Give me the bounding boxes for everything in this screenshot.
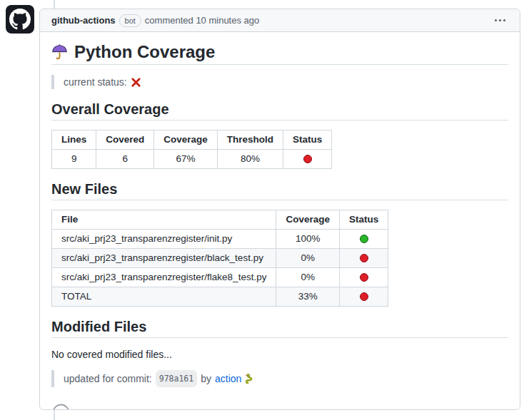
status-dot-icon: [303, 155, 312, 163]
current-status-quote: current status:: [51, 75, 508, 89]
coverage-value: 33%: [276, 287, 340, 307]
status-dot-icon: [360, 273, 368, 282]
add-reaction-button[interactable]: [51, 403, 70, 410]
coverage-value: 0%: [276, 249, 340, 268]
comment-card: github-actions bot commented 10 minutes …: [39, 9, 520, 410]
commit-hash: 978a161: [156, 370, 197, 387]
table-row: src/aki_prj23_transparenzregister/black_…: [52, 249, 388, 268]
covered-value: 6: [96, 150, 154, 169]
overall-coverage-table: Lines Covered Coverage Threshold Status …: [51, 130, 332, 169]
col-threshold: Threshold: [217, 130, 283, 150]
status-cell: [339, 230, 388, 249]
github-octocat-icon: [9, 9, 31, 30]
comment-body: Python Coverage current status: Overall …: [40, 32, 520, 410]
file-path: src/aki_prj23_transparenzregister/black_…: [52, 249, 276, 268]
kebab-icon: [495, 19, 497, 21]
status-dot-icon: [360, 254, 368, 262]
page-title: Python Coverage: [51, 42, 508, 65]
table-header-row: Lines Covered Coverage Threshold Status: [52, 130, 332, 150]
coverage-value: 67%: [154, 150, 218, 169]
file-path: src/aki_prj23_transparenzregister/init.p…: [52, 230, 276, 249]
no-modified-files-text: No covered modified files...: [51, 347, 508, 362]
table-row-total: TOTAL 33%: [52, 287, 388, 307]
file-path: TOTAL: [52, 287, 276, 307]
table-row: src/aki_prj23_transparenzregister/init.p…: [52, 230, 388, 249]
col-covered: Covered: [96, 130, 154, 150]
snake-icon: [245, 373, 256, 384]
status-cell: [339, 268, 388, 287]
col-status: Status: [339, 210, 388, 230]
status-cell: [339, 287, 388, 307]
status-dot-icon: [360, 292, 368, 301]
threshold-value: 80%: [217, 150, 283, 169]
timestamp-link[interactable]: commented 10 minutes ago: [145, 15, 259, 26]
comment-header: github-actions bot commented 10 minutes …: [40, 9, 520, 32]
col-lines: Lines: [52, 130, 96, 150]
status-dot-icon: [360, 235, 368, 243]
coverage-value: 100%: [276, 230, 340, 249]
col-coverage: Coverage: [154, 130, 218, 150]
status-cell: [283, 150, 332, 169]
kebab-menu-button[interactable]: [492, 15, 508, 26]
reaction-row: [51, 400, 508, 410]
table-row: src/aki_prj23_transparenzregister/flake8…: [52, 268, 388, 287]
lines-value: 9: [52, 150, 96, 169]
commit-label: updated for commit:: [64, 372, 152, 386]
col-status: Status: [283, 130, 332, 150]
status-cell: [339, 249, 388, 268]
cross-mark-icon: [131, 77, 141, 88]
commit-quote: updated for commit: 978a161 by action: [51, 370, 508, 387]
file-path: src/aki_prj23_transparenzregister/flake8…: [52, 268, 276, 287]
new-files-table: File Coverage Status src/aki_prj23_trans…: [51, 210, 388, 307]
current-status-label: current status:: [64, 75, 127, 89]
avatar[interactable]: [6, 5, 34, 34]
col-coverage: Coverage: [276, 210, 340, 230]
modified-files-heading: Modified Files: [51, 319, 508, 338]
table-row: 9 6 67% 80%: [52, 150, 332, 169]
action-link[interactable]: action: [215, 372, 241, 386]
author-link[interactable]: github-actions: [51, 15, 116, 26]
by-text: by: [201, 372, 211, 386]
table-header-row: File Coverage Status: [52, 210, 388, 230]
title-text: Python Coverage: [74, 42, 215, 61]
new-files-heading: New Files: [51, 182, 508, 200]
bot-badge: bot: [119, 14, 141, 27]
coverage-value: 0%: [276, 268, 340, 287]
umbrella-icon: [51, 43, 68, 60]
overall-coverage-heading: Overall Coverage: [51, 102, 508, 121]
smiley-icon: [52, 404, 70, 411]
col-file: File: [52, 210, 276, 230]
